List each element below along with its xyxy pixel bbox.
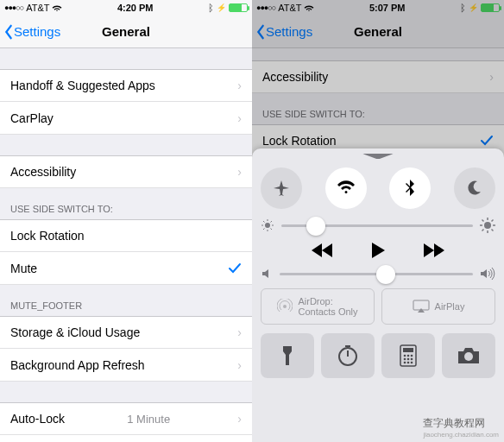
charging-icon: ⚡ bbox=[469, 3, 478, 12]
calculator-button[interactable] bbox=[381, 333, 435, 378]
airplane-toggle[interactable] bbox=[261, 167, 302, 209]
flashlight-button[interactable] bbox=[261, 333, 314, 378]
watermark-text: 查字典教程网 bbox=[423, 417, 485, 429]
back-button[interactable]: Settings bbox=[0, 24, 60, 40]
row-label: Mute bbox=[10, 262, 37, 275]
calculator-icon bbox=[400, 344, 417, 367]
svg-point-26 bbox=[407, 355, 410, 357]
airplay-label: AirPlay bbox=[435, 301, 465, 312]
row-accessibility[interactable]: Accessibility› bbox=[252, 60, 504, 93]
back-label: Settings bbox=[266, 24, 312, 39]
row-carplay[interactable]: CarPlay› bbox=[0, 102, 252, 135]
row-label: Handoff & Suggested Apps bbox=[10, 79, 155, 92]
svg-line-15 bbox=[492, 230, 494, 231]
row-label: CarPlay bbox=[10, 111, 54, 125]
svg-point-9 bbox=[484, 222, 491, 229]
airplane-icon bbox=[272, 179, 291, 198]
chevron-left-icon bbox=[3, 24, 14, 40]
battery-icon bbox=[229, 3, 248, 12]
row-mute[interactable]: Mute bbox=[0, 252, 252, 285]
svg-line-7 bbox=[263, 229, 265, 230]
row-label: Lock Rotation bbox=[262, 134, 337, 148]
carrier: AT&T bbox=[26, 3, 49, 13]
airdrop-label: AirDrop: bbox=[298, 296, 357, 306]
bluetooth-icon bbox=[404, 179, 416, 198]
wifi-icon bbox=[52, 4, 62, 12]
row-label: Accessibility bbox=[262, 70, 328, 84]
left-phone: ●●●○○ AT&T 4:20 PM ᛒ ⚡ Settings General … bbox=[0, 0, 252, 442]
signal-dots: ●●●○○ bbox=[4, 3, 23, 12]
wifi-icon bbox=[304, 4, 314, 12]
chevron-right-icon: › bbox=[237, 165, 242, 179]
svg-point-29 bbox=[407, 358, 410, 361]
svg-line-6 bbox=[271, 229, 273, 230]
svg-point-31 bbox=[404, 362, 406, 364]
brightness-slider[interactable] bbox=[261, 218, 495, 233]
rewind-icon[interactable] bbox=[312, 243, 334, 258]
bluetooth-toggle[interactable] bbox=[389, 167, 431, 209]
svg-line-14 bbox=[482, 220, 484, 222]
row-value: 1 Minute bbox=[127, 413, 170, 426]
camera-icon bbox=[457, 346, 481, 365]
row-lock-rotation[interactable]: Lock Rotation bbox=[0, 219, 252, 252]
brightness-high-icon bbox=[480, 218, 495, 233]
row-autolock[interactable]: Auto-Lock1 Minute› bbox=[0, 402, 252, 435]
carrier: AT&T bbox=[278, 3, 301, 13]
row-label: Storage & iCloud Usage bbox=[10, 325, 140, 339]
nav-bar: Settings General bbox=[252, 16, 504, 48]
wifi-toggle[interactable] bbox=[325, 167, 367, 209]
clock: 5:07 PM bbox=[369, 3, 406, 13]
row-handoff[interactable]: Handoff & Suggested Apps› bbox=[0, 69, 252, 102]
svg-point-32 bbox=[407, 362, 410, 364]
status-bar: ●●●○○ AT&T 4:20 PM ᛒ ⚡ bbox=[0, 0, 252, 16]
signal-dots: ●●●○○ bbox=[256, 3, 275, 12]
charging-icon: ⚡ bbox=[217, 3, 226, 12]
airdrop-value: Contacts Only bbox=[298, 306, 357, 317]
right-phone: ●●●○○ AT&T 5:07 PM ᛒ ⚡ Settings General … bbox=[252, 0, 504, 442]
nav-bar: Settings General bbox=[0, 16, 252, 48]
svg-point-27 bbox=[411, 355, 413, 357]
checkmark-icon bbox=[228, 262, 242, 275]
timer-button[interactable] bbox=[321, 333, 375, 378]
clock: 4:20 PM bbox=[117, 3, 154, 13]
wifi-icon bbox=[337, 180, 356, 196]
airdrop-button[interactable]: AirDrop: Contacts Only bbox=[261, 288, 375, 325]
chevron-right-icon: › bbox=[237, 111, 242, 125]
flashlight-icon bbox=[280, 344, 295, 367]
grabber-handle[interactable] bbox=[362, 154, 394, 159]
section-header-sideswitch: USE SIDE SWITCH TO: bbox=[0, 188, 252, 219]
watermark-sub: jiaocheng.chazidian.com bbox=[423, 431, 499, 439]
svg-line-16 bbox=[482, 230, 484, 231]
dnd-toggle[interactable] bbox=[454, 167, 495, 209]
bluetooth-icon: ᛒ bbox=[208, 3, 214, 13]
play-icon[interactable] bbox=[370, 242, 386, 259]
forward-icon[interactable] bbox=[422, 243, 444, 258]
timer-icon bbox=[337, 344, 359, 367]
svg-line-5 bbox=[263, 221, 265, 223]
media-controls bbox=[261, 242, 495, 259]
row-label: Background App Refresh bbox=[10, 358, 145, 372]
svg-point-30 bbox=[411, 358, 413, 361]
chevron-left-icon bbox=[255, 24, 266, 40]
svg-point-28 bbox=[404, 358, 406, 361]
brightness-low-icon bbox=[261, 218, 274, 232]
svg-line-8 bbox=[271, 221, 273, 223]
camera-button[interactable] bbox=[442, 333, 495, 378]
row-storage[interactable]: Storage & iCloud Usage› bbox=[0, 316, 252, 349]
volume-slider[interactable] bbox=[261, 268, 495, 280]
row-bg-refresh[interactable]: Background App Refresh› bbox=[0, 349, 252, 382]
svg-point-25 bbox=[404, 355, 406, 357]
row-accessibility[interactable]: Accessibility› bbox=[0, 155, 252, 188]
section-header-sideswitch: USE SIDE SWITCH TO: bbox=[252, 93, 504, 124]
svg-point-34 bbox=[464, 352, 473, 361]
chevron-right-icon: › bbox=[237, 358, 242, 372]
control-center: AirDrop: Contacts Only AirPlay bbox=[252, 148, 504, 442]
airdrop-icon bbox=[277, 299, 293, 314]
row-label: Auto-Lock bbox=[10, 412, 65, 426]
back-button[interactable]: Settings bbox=[252, 24, 312, 40]
chevron-right-icon: › bbox=[489, 70, 494, 84]
status-bar: ●●●○○ AT&T 5:07 PM ᛒ ⚡ bbox=[252, 0, 504, 16]
row-restrictions[interactable]: RestrictionsOff› bbox=[0, 435, 252, 442]
airplay-button[interactable]: AirPlay bbox=[381, 288, 495, 325]
battery-icon bbox=[481, 3, 500, 12]
